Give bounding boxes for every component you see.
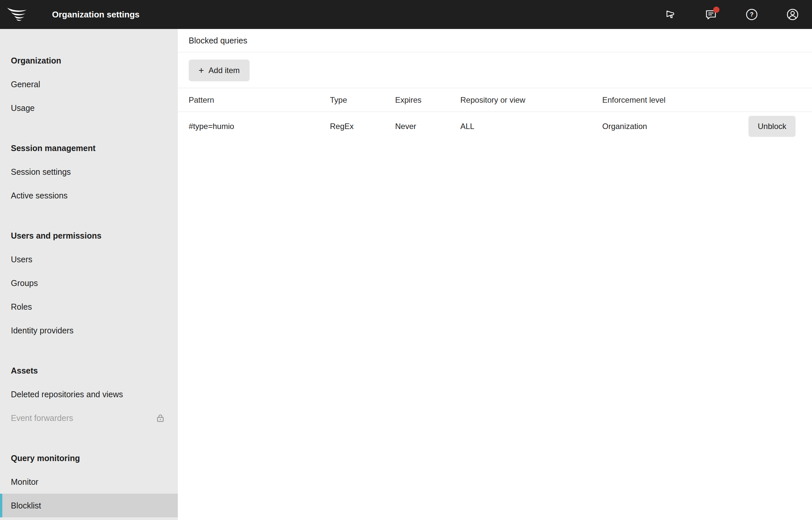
sidebar-heading-session-management: Session management — [0, 136, 178, 160]
sidebar-item-usage[interactable]: Usage — [0, 96, 178, 120]
lock-icon — [155, 413, 165, 423]
add-item-label: Add item — [208, 66, 240, 75]
sidebar-item-label: Event forwarders — [11, 413, 73, 423]
sidebar-item-monitor[interactable]: Monitor — [0, 470, 178, 494]
sidebar: OrganizationGeneralUsageSession manageme… — [0, 29, 178, 520]
sidebar-item-label: Groups — [11, 279, 38, 288]
cell-expires: Never — [395, 122, 460, 131]
page-title: Organization settings — [52, 9, 139, 20]
plus-icon: + — [199, 66, 204, 75]
sidebar-item-label: Usage — [11, 103, 34, 113]
sidebar-item-users[interactable]: Users — [0, 248, 178, 271]
sidebar-item-event-forwarders[interactable]: Event forwarders — [0, 406, 178, 430]
table-header-row: PatternTypeExpiresRepository or viewEnfo… — [178, 88, 812, 112]
sidebar-heading-query-monitoring: Query monitoring — [0, 446, 178, 470]
cell-enforcement: Organization — [602, 122, 748, 131]
unblock-button[interactable]: Unblock — [748, 116, 795, 137]
sidebar-item-label: Monitor — [11, 477, 38, 487]
sidebar-item-label: Deleted repositories and views — [11, 390, 123, 399]
crowdstrike-logo-icon[interactable] — [0, 7, 36, 22]
cell-pattern: #type=humio — [189, 122, 330, 131]
section-title: Blocked queries — [189, 36, 247, 46]
falcon-logo-svg — [7, 7, 29, 22]
sidebar-item-active-sessions[interactable]: Active sessions — [0, 184, 178, 207]
topbar: Organization settings ? — [0, 0, 812, 29]
sidebar-heading-assets: Assets — [0, 359, 178, 383]
toolbar: + Add item — [178, 52, 812, 88]
cell-type: RegEx — [330, 122, 395, 131]
blocked-queries-table: PatternTypeExpiresRepository or viewEnfo… — [178, 88, 812, 141]
profile-icon[interactable] — [786, 8, 799, 21]
topbar-icons: ? — [664, 8, 799, 21]
help-icon[interactable]: ? — [745, 8, 758, 21]
sidebar-item-general[interactable]: General — [0, 72, 178, 96]
column-header-repository-or-view: Repository or view — [460, 96, 602, 105]
sidebar-item-label: Session settings — [11, 167, 71, 177]
table-row: #type=humioRegExNeverALLOrganizationUnbl… — [178, 112, 812, 141]
sidebar-heading-users-and-permissions: Users and permissions — [0, 224, 178, 248]
sidebar-item-label: Roles — [11, 302, 32, 312]
sidebar-item-identity-providers[interactable]: Identity providers — [0, 318, 178, 342]
main-header: Blocked queries — [178, 29, 812, 52]
announcements-icon[interactable] — [664, 8, 676, 21]
messages-icon[interactable] — [705, 8, 717, 21]
cell-repository: ALL — [460, 122, 602, 131]
column-header-enforcement-level: Enforcement level — [602, 96, 795, 105]
main-content: Blocked queries + Add item PatternTypeEx… — [178, 29, 812, 520]
sidebar-item-label: General — [11, 80, 40, 89]
sidebar-item-blocklist[interactable]: Blocklist — [0, 494, 178, 517]
sidebar-item-label: Users — [11, 255, 32, 264]
sidebar-item-label: Identity providers — [11, 326, 73, 335]
sidebar-item-label: Active sessions — [11, 191, 68, 201]
notification-dot — [713, 6, 719, 13]
sidebar-item-roles[interactable]: Roles — [0, 295, 178, 318]
column-header-type: Type — [330, 96, 395, 105]
column-header-pattern: Pattern — [189, 96, 330, 105]
sidebar-item-label: Blocklist — [11, 501, 41, 511]
add-item-button[interactable]: + Add item — [189, 59, 250, 81]
sidebar-item-deleted-repositories-and-views[interactable]: Deleted repositories and views — [0, 383, 178, 406]
sidebar-item-groups[interactable]: Groups — [0, 271, 178, 295]
column-header-expires: Expires — [395, 96, 460, 105]
sidebar-item-session-settings[interactable]: Session settings — [0, 160, 178, 184]
sidebar-heading-organization: Organization — [0, 49, 178, 72]
svg-text:?: ? — [750, 11, 754, 18]
